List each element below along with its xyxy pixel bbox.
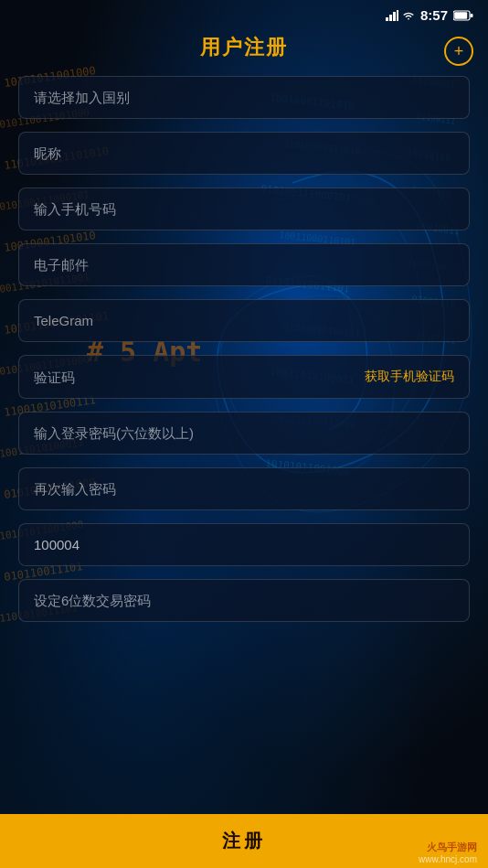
email-input[interactable] xyxy=(34,257,454,273)
referral-field xyxy=(18,523,470,566)
svg-rect-41 xyxy=(454,12,467,19)
status-time: 8:57 xyxy=(420,7,448,23)
referral-input[interactable] xyxy=(34,537,454,552)
trade-password-field xyxy=(18,579,470,622)
code-field: 获取手机验证码 xyxy=(18,355,470,399)
register-button-wrap: 注册 火鸟手游网 www.hncj.com xyxy=(0,814,488,868)
plus-icon: + xyxy=(454,43,464,59)
country-field xyxy=(18,76,470,119)
wifi-icon xyxy=(402,10,415,21)
trade-password-input[interactable] xyxy=(34,593,454,608)
register-button[interactable]: 注册 xyxy=(222,829,266,853)
nickname-input[interactable] xyxy=(34,145,454,161)
brand-name: 火鸟手游网 xyxy=(427,841,477,854)
page-header: 用户注册 + xyxy=(0,27,488,76)
svg-rect-37 xyxy=(393,12,396,21)
country-input[interactable] xyxy=(34,90,454,105)
svg-rect-38 xyxy=(397,10,398,21)
confirm-password-input[interactable] xyxy=(34,481,454,497)
password-input[interactable] xyxy=(34,425,454,441)
page-title: 用户注册 xyxy=(200,34,288,61)
add-button[interactable]: + xyxy=(444,37,473,66)
status-icons xyxy=(386,10,415,21)
registration-form: 获取手机验证码 xyxy=(0,76,488,622)
svg-rect-35 xyxy=(386,17,388,21)
nickname-field xyxy=(18,132,470,175)
svg-rect-36 xyxy=(389,15,392,21)
code-input[interactable] xyxy=(34,370,365,385)
signal-icon xyxy=(386,10,398,21)
password-field xyxy=(18,412,470,455)
status-bar: 8:57 xyxy=(0,0,488,27)
telegram-field xyxy=(18,299,470,342)
email-field xyxy=(18,243,470,286)
brand-url: www.hncj.com xyxy=(419,854,477,864)
battery-icon xyxy=(453,10,473,21)
svg-rect-40 xyxy=(471,14,473,17)
phone-field xyxy=(18,188,470,230)
phone-input[interactable] xyxy=(34,201,454,217)
confirm-password-field xyxy=(18,467,470,510)
telegram-input[interactable] xyxy=(34,313,454,328)
get-code-button[interactable]: 获取手机验证码 xyxy=(365,369,454,385)
